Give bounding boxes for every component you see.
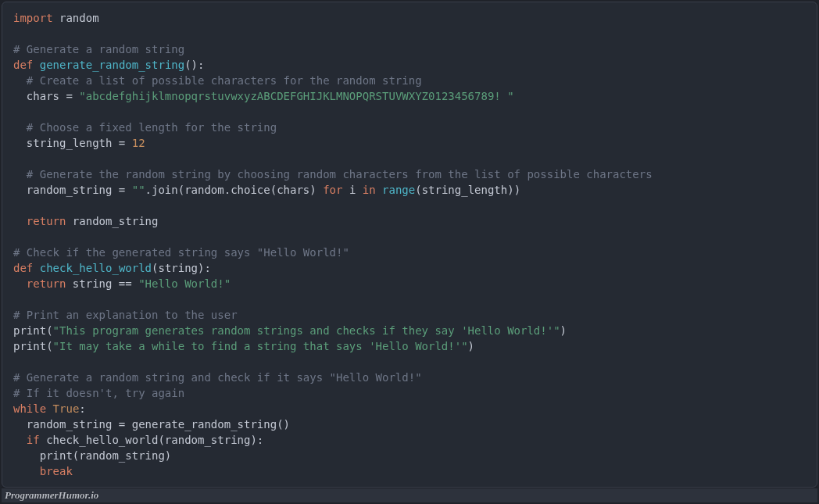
- tok-i: i: [342, 184, 362, 196]
- kw-def: def: [13, 59, 33, 71]
- num-12: 12: [132, 137, 145, 149]
- tok-range-args: (string_length)): [415, 184, 520, 196]
- str-explain-1: "This program generates random strings a…: [53, 324, 560, 337]
- tok-close: ): [468, 340, 474, 352]
- space: [33, 59, 39, 71]
- indent: [13, 215, 27, 227]
- kw-while: while: [13, 402, 46, 415]
- indent: [13, 277, 27, 290]
- fn-generate-random-string: generate_random_string: [40, 59, 184, 71]
- kw-import: import: [13, 12, 53, 24]
- comment: # If it doesn't, try again: [13, 387, 184, 399]
- tok-return-val: random_string: [66, 215, 158, 227]
- kw-if: if: [27, 434, 40, 446]
- kw-return: return: [27, 215, 66, 227]
- tok-close: ): [560, 324, 567, 337]
- kw-def: def: [13, 262, 33, 274]
- comment: # Generate a random string and check if …: [13, 371, 422, 384]
- kw-break: break: [40, 465, 73, 477]
- space: [46, 402, 52, 415]
- kw-return: return: [27, 277, 66, 290]
- comment: # Print an explanation to the user: [13, 309, 238, 321]
- bool-true: True: [53, 402, 80, 415]
- tok-rs-assign: random_string =: [13, 184, 132, 196]
- comment: # Create a list of possible characters f…: [13, 74, 422, 87]
- tok-colon: :: [79, 402, 85, 415]
- tok-print: print(: [13, 340, 53, 352]
- str-hello-world: "Hello World!": [138, 277, 231, 290]
- comment: # Generate the random string by choosing…: [13, 168, 653, 181]
- tok-loop-assign: random_string = generate_random_string(): [13, 418, 290, 431]
- space: [376, 184, 382, 196]
- comment: # Choose a fixed length for the string: [13, 121, 277, 134]
- indent: [13, 434, 27, 446]
- watermark-text: ProgrammerHumor.io: [5, 489, 98, 502]
- comment: # Generate a random string: [13, 43, 184, 55]
- tok-print: print(: [13, 324, 53, 337]
- fn-range: range: [382, 184, 415, 196]
- str-charset: "abcdefghijklmnopqrstuvwxyzABCDEFGHIJKLM…: [79, 90, 513, 102]
- app-frame: import random # Generate a random string…: [0, 0, 819, 504]
- kw-for: for: [323, 184, 342, 196]
- tok-length-assign: string_length =: [13, 137, 132, 149]
- code-panel: import random # Generate a random string…: [2, 2, 817, 488]
- tok-if-cond: check_hello_world(random_string):: [40, 434, 264, 446]
- tok-join: .join(random.choice(chars): [145, 184, 324, 196]
- tok-chars-assign: chars =: [13, 90, 79, 102]
- tok-parens: ():: [184, 59, 204, 71]
- tok-random: random: [53, 12, 99, 24]
- footer-bar: ProgrammerHumor.io: [2, 488, 817, 502]
- tok-print-result: print(random_string): [13, 449, 171, 462]
- tok-eq: string ==: [66, 277, 138, 290]
- fn-check-hello-world: check_hello_world: [40, 262, 152, 274]
- indent: [13, 465, 40, 477]
- tok-parens: (string):: [152, 262, 211, 274]
- comment: # Check if the generated string says "He…: [13, 246, 349, 259]
- str-explain-2: "It may take a while to find a string th…: [53, 340, 468, 352]
- space: [33, 262, 39, 274]
- kw-in: in: [363, 184, 376, 196]
- str-empty: "": [132, 184, 145, 196]
